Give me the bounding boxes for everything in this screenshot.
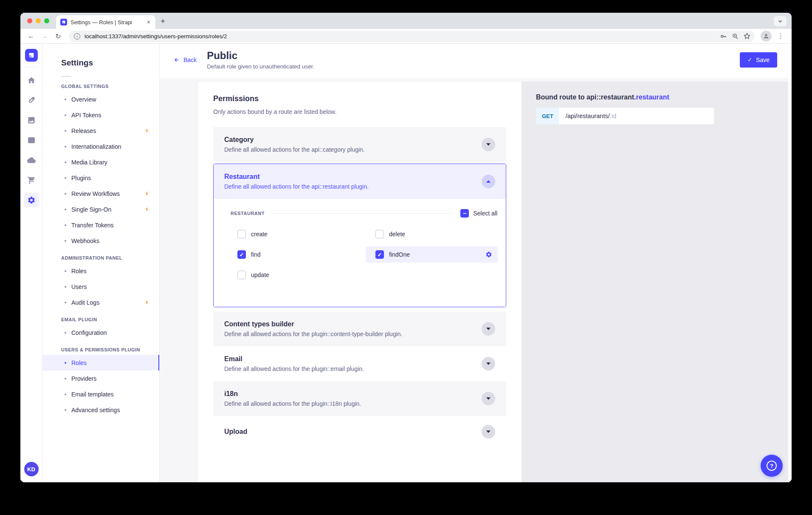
sidebar-item-internationalization[interactable]: Internationalization	[42, 139, 159, 154]
sidebar-item-single-sign-on[interactable]: Single Sign-On	[42, 201, 159, 217]
sidebar-item-email-configuration[interactable]: Configuration	[42, 325, 159, 340]
update-checkbox[interactable]	[237, 271, 246, 279]
sidebar-item-label: Providers	[71, 375, 96, 382]
url-text: localhost:1337/admin/settings/users-perm…	[85, 33, 714, 40]
nav-section-administration-panel: ADMINISTRATION PANEL	[42, 255, 159, 260]
sidebar-item-label: Webhooks	[71, 238, 99, 244]
expand-button[interactable]	[482, 357, 495, 371]
sidebar-item-releases[interactable]: Releases	[42, 123, 159, 139]
site-info-icon[interactable]: i	[74, 33, 80, 40]
sidebar-item-audit-logs[interactable]: Audit Logs	[42, 294, 159, 310]
collapse-button[interactable]	[482, 175, 495, 188]
sidebar-item-review-workflows[interactable]: Review Workflows	[42, 186, 159, 201]
browser-menu-icon[interactable]: ⋮	[775, 32, 787, 40]
forward-nav-icon[interactable]: →	[39, 31, 50, 42]
browser-tab[interactable]: Settings — Roles | Strapi ×	[56, 15, 155, 29]
password-key-icon[interactable]	[718, 31, 728, 41]
content-type-builder-icon[interactable]	[24, 133, 39, 147]
bullet-icon	[65, 130, 66, 132]
sidebar-item-admin-roles[interactable]: Roles	[42, 263, 159, 279]
media-library-icon[interactable]	[24, 113, 39, 127]
back-label: Back	[183, 57, 197, 63]
sidebar-item-media-library[interactable]: Media Library	[42, 154, 159, 170]
premium-bolt-icon	[144, 128, 150, 133]
bookmark-star-icon[interactable]	[742, 31, 752, 41]
back-nav-icon[interactable]: ←	[25, 31, 37, 42]
permissions-checkbox-grid: create delete find	[237, 226, 497, 283]
back-link[interactable]: Back	[173, 57, 197, 63]
settings-nav: Settings GLOBAL SETTINGS Overview API To…	[42, 44, 160, 482]
bullet-icon	[65, 209, 66, 210]
expand-button[interactable]	[482, 425, 495, 439]
sidebar-item-up-roles[interactable]: Roles	[42, 355, 159, 371]
group-divider	[271, 213, 454, 214]
delete-checkbox[interactable]	[375, 230, 384, 238]
content-manager-icon[interactable]	[24, 93, 39, 108]
home-icon[interactable]	[24, 73, 39, 88]
sidebar-item-label: Overview	[71, 96, 96, 103]
sidebar-item-label: Users	[71, 283, 87, 290]
url-bar[interactable]: i localhost:1337/admin/settings/users-pe…	[69, 31, 755, 42]
strapi-app: KD Settings GLOBAL SETTINGS Overview API…	[20, 44, 792, 482]
expand-button[interactable]	[482, 392, 495, 405]
bullet-icon	[65, 393, 66, 395]
accordion-content-types-builder[interactable]: Content types builder Define all allowed…	[213, 311, 506, 346]
permission-delete: delete	[366, 226, 498, 242]
sidebar-item-api-tokens[interactable]: API Tokens	[42, 107, 159, 123]
sidebar-item-providers[interactable]: Providers	[42, 371, 159, 386]
bullet-icon	[65, 332, 66, 334]
save-button[interactable]: ✓ Save	[740, 52, 777, 68]
select-all-checkbox[interactable]	[460, 209, 469, 218]
permissions-title: Permissions	[213, 94, 506, 103]
permission-settings-button[interactable]	[485, 251, 492, 258]
expand-button[interactable]	[482, 138, 495, 151]
settings-gear-icon[interactable]	[24, 193, 39, 207]
accordion-text: Category Define all allowed actions for …	[224, 136, 365, 153]
permission-find: find	[237, 246, 366, 263]
sidebar-item-label: Internationalization	[71, 143, 121, 150]
sidebar-item-advanced-settings[interactable]: Advanced settings	[42, 402, 159, 418]
expand-button[interactable]	[482, 322, 495, 336]
find-checkbox[interactable]	[237, 250, 246, 259]
bound-route-base: Bound route to api::restaurant	[536, 93, 634, 101]
sidebar-item-admin-users[interactable]: Users	[42, 279, 159, 294]
fullscreen-window-button[interactable]	[44, 18, 49, 23]
select-all-control[interactable]: Select all	[460, 209, 497, 218]
zoom-in-icon[interactable]	[730, 31, 740, 41]
bullet-icon	[65, 161, 66, 163]
help-button[interactable]: ?	[761, 455, 783, 477]
sidebar-item-webhooks[interactable]: Webhooks	[42, 233, 159, 249]
minimize-window-button[interactable]	[36, 18, 41, 23]
findone-checkbox[interactable]	[375, 250, 384, 259]
sidebar-item-plugins[interactable]: Plugins	[42, 170, 159, 186]
bullet-icon	[65, 240, 66, 242]
accordion-upload[interactable]: Upload	[213, 416, 506, 447]
main-area: Back Public Default role given to unauth…	[160, 44, 792, 482]
sidebar-item-transfer-tokens[interactable]: Transfer Tokens	[42, 217, 159, 233]
group-label: RESTAURANT	[231, 211, 265, 216]
new-tab-button[interactable]: +	[161, 17, 165, 25]
sidebar-item-label: Transfer Tokens	[71, 222, 114, 229]
scrollbar-track[interactable]	[788, 78, 792, 482]
marketplace-cart-icon[interactable]	[24, 173, 39, 187]
close-window-button[interactable]	[27, 18, 32, 23]
strapi-logo[interactable]	[25, 49, 38, 62]
create-checkbox[interactable]	[237, 230, 246, 238]
browser-profile-avatar[interactable]	[761, 31, 772, 42]
close-tab-icon[interactable]: ×	[145, 18, 152, 26]
accordion-category[interactable]: Category Define all allowed actions for …	[213, 127, 506, 162]
accordion-restaurant-header[interactable]: Restaurant Define all allowed actions fo…	[214, 164, 506, 199]
sidebar-item-email-templates[interactable]: Email templates	[42, 386, 159, 402]
accordion-title: Upload	[224, 428, 247, 436]
sidebar-item-overview[interactable]: Overview	[42, 91, 159, 107]
sidebar-item-label: Email templates	[71, 391, 114, 398]
accordion-i18n[interactable]: i18n Define all allowed actions for the …	[213, 381, 506, 416]
tab-search-button[interactable]	[774, 16, 787, 26]
cloud-icon[interactable]	[24, 153, 39, 167]
accordion-email[interactable]: Email Define all allowed actions for the…	[213, 346, 506, 381]
caret-down-icon	[486, 397, 491, 400]
page-header: Back Public Default role given to unauth…	[160, 44, 792, 78]
premium-bolt-icon	[144, 207, 150, 212]
user-avatar[interactable]: KD	[24, 462, 39, 476]
reload-icon[interactable]: ↻	[53, 31, 64, 42]
